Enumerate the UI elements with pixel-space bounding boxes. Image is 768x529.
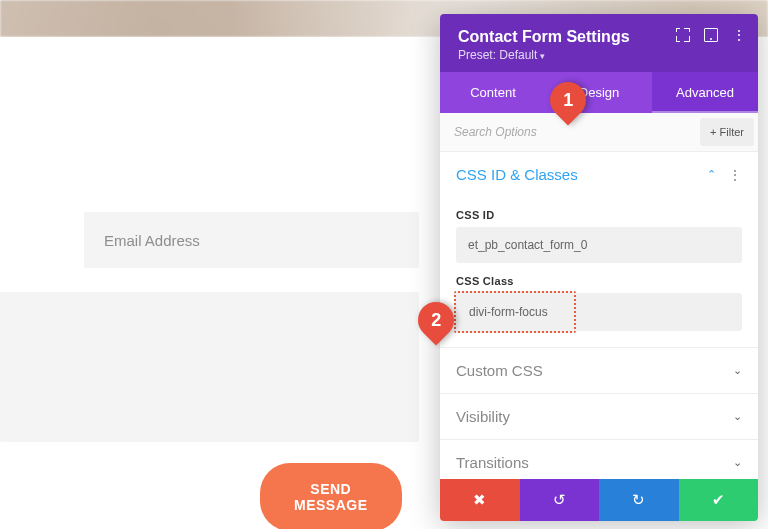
css-id-label: CSS ID [456, 209, 742, 221]
section-title: Custom CSS [456, 362, 543, 379]
search-row: + Filter [440, 113, 758, 152]
section-title: CSS ID & Classes [456, 166, 578, 183]
section-title: Visibility [456, 408, 510, 425]
section-css-id-classes: CSS ID & Classes ⌃ ⋮ CSS ID CSS Class [440, 152, 758, 348]
redo-button[interactable]: ↻ [599, 479, 679, 521]
section-visibility: Visibility ⌄ [440, 394, 758, 440]
chevron-up-icon: ⌃ [707, 168, 716, 181]
message-field[interactable] [0, 292, 419, 442]
section-menu-icon[interactable]: ⋮ [728, 167, 742, 183]
panel-footer: ✖ ↺ ↻ ✔ [440, 479, 758, 521]
section-header-visibility[interactable]: Visibility ⌄ [440, 394, 758, 439]
section-header-custom-css[interactable]: Custom CSS ⌄ [440, 348, 758, 393]
css-class-input[interactable] [459, 296, 571, 328]
section-header-css[interactable]: CSS ID & Classes ⌃ ⋮ [440, 152, 758, 197]
responsive-icon[interactable] [704, 28, 718, 42]
email-field[interactable] [84, 212, 419, 268]
section-custom-css: Custom CSS ⌄ [440, 348, 758, 394]
cancel-button[interactable]: ✖ [440, 479, 520, 521]
css-id-input[interactable] [456, 227, 742, 263]
tabs: Content Design Advanced [440, 72, 758, 113]
filter-button[interactable]: + Filter [700, 118, 754, 146]
undo-button[interactable]: ↺ [520, 479, 600, 521]
callout-number: 1 [563, 90, 573, 111]
tab-advanced[interactable]: Advanced [652, 72, 758, 113]
chevron-down-icon: ⌄ [733, 364, 742, 377]
section-body-css: CSS ID CSS Class [440, 209, 758, 347]
more-options-icon[interactable]: ⋮ [732, 28, 746, 42]
expand-icon[interactable] [676, 28, 690, 42]
css-class-highlight [454, 291, 576, 333]
callout-number: 2 [431, 310, 441, 331]
css-class-label: CSS Class [456, 275, 742, 287]
section-title: Transitions [456, 454, 529, 471]
chevron-down-icon: ⌄ [733, 456, 742, 469]
tab-content[interactable]: Content [440, 72, 546, 113]
panel-header: Contact Form Settings Preset: Default ⋮ [440, 14, 758, 72]
settings-panel: Contact Form Settings Preset: Default ⋮ … [440, 14, 758, 521]
preset-dropdown[interactable]: Preset: Default [458, 48, 740, 62]
chevron-down-icon: ⌄ [733, 410, 742, 423]
send-message-button[interactable]: SEND MESSAGE [260, 463, 402, 529]
save-button[interactable]: ✔ [679, 479, 759, 521]
